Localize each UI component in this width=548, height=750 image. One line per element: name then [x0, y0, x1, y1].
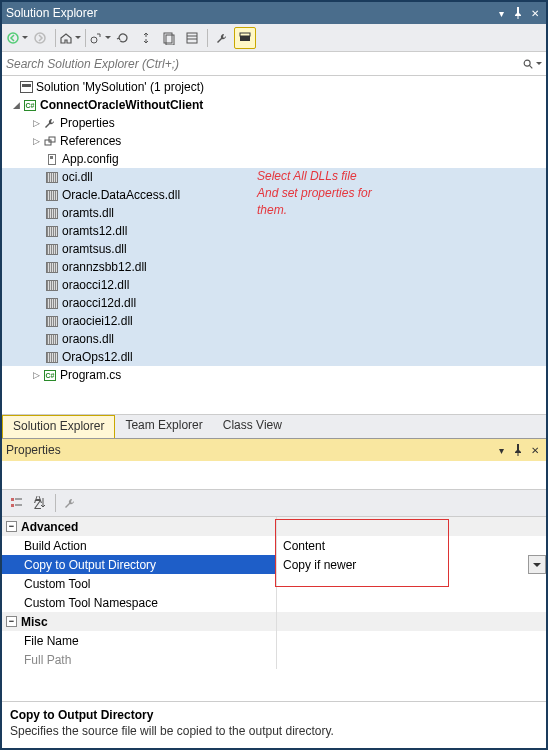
csharp-project-icon: C#: [22, 98, 38, 112]
description-pane: Copy to Output Directory Specifies the s…: [2, 701, 546, 748]
dropdown-button[interactable]: [528, 555, 546, 574]
file-node[interactable]: oraocci12.dll: [2, 276, 546, 294]
properties-button[interactable]: [181, 27, 203, 49]
csharp-file-icon: C#: [42, 368, 58, 382]
references-icon: [42, 134, 58, 148]
dll-icon: [44, 242, 60, 256]
solution-explorer-toolbar: [2, 24, 546, 52]
pin-icon[interactable]: [511, 6, 525, 20]
svg-rect-9: [240, 33, 250, 36]
properties-node[interactable]: ▷ Properties: [2, 114, 546, 132]
svg-point-2: [91, 37, 97, 43]
solution-explorer-panel: Solution Explorer ▾ ✕ Solution 'MySoluti…: [2, 2, 546, 438]
dll-icon: [44, 278, 60, 292]
dll-icon: [44, 332, 60, 346]
svg-rect-8: [240, 36, 250, 41]
category-row[interactable]: −Misc: [2, 612, 546, 631]
dll-icon: [44, 350, 60, 364]
file-node[interactable]: Oracle.DataAccess.dll: [2, 186, 546, 204]
svg-line-11: [530, 65, 533, 68]
forward-button[interactable]: [29, 27, 51, 49]
wrench-button[interactable]: [59, 492, 81, 514]
svg-rect-15: [11, 504, 14, 507]
file-node[interactable]: oraocci12d.dll: [2, 294, 546, 312]
tab-team-explorer[interactable]: Team Explorer: [115, 415, 212, 438]
search-icon[interactable]: [522, 54, 542, 74]
wrench-icon: [42, 116, 58, 130]
properties-titlebar: Properties ▾ ✕: [2, 439, 546, 461]
bottom-tabstrip: Solution Explorer Team Explorer Class Vi…: [2, 414, 546, 438]
property-row-build-action[interactable]: Build Action Content: [2, 536, 546, 555]
search-input[interactable]: [6, 57, 522, 71]
file-node[interactable]: orannzsbb12.dll: [2, 258, 546, 276]
solution-node[interactable]: Solution 'MySolution' (1 project): [2, 78, 546, 96]
file-node[interactable]: oramtsus.dll: [2, 240, 546, 258]
properties-grid[interactable]: −Advanced Build Action Content Copy to O…: [2, 517, 546, 701]
property-row-custom-tool[interactable]: Custom Tool: [2, 574, 546, 593]
close-icon[interactable]: ✕: [528, 443, 542, 457]
svg-point-10: [524, 60, 530, 66]
close-icon[interactable]: ✕: [528, 6, 542, 20]
preview-button[interactable]: [234, 27, 256, 49]
panel-title: Solution Explorer: [6, 6, 97, 20]
svg-rect-14: [11, 498, 14, 501]
wrench-button[interactable]: [211, 27, 233, 49]
expander-icon[interactable]: [6, 81, 18, 93]
panel-title: Properties: [6, 443, 61, 457]
config-node[interactable]: App.config: [2, 150, 546, 168]
dll-icon: [44, 224, 60, 238]
scope-button[interactable]: [89, 27, 111, 49]
dropdown-icon[interactable]: ▾: [494, 443, 508, 457]
expander-icon[interactable]: ◢: [10, 99, 22, 111]
property-row-file-name[interactable]: File Name: [2, 631, 546, 650]
dll-icon: [44, 314, 60, 328]
svg-point-1: [35, 33, 45, 43]
expander-icon[interactable]: ▷: [30, 369, 42, 381]
file-node[interactable]: oraociei12.dll: [2, 312, 546, 330]
expander-icon[interactable]: ▷: [30, 117, 42, 129]
pin-icon[interactable]: [511, 443, 525, 457]
program-node[interactable]: ▷ C# Program.cs: [2, 366, 546, 384]
file-node[interactable]: oraons.dll: [2, 330, 546, 348]
config-icon: [44, 152, 60, 166]
svg-point-0: [8, 33, 18, 43]
description-title: Copy to Output Directory: [10, 708, 538, 722]
dll-icon: [44, 260, 60, 274]
tab-solution-explorer[interactable]: Solution Explorer: [2, 415, 115, 438]
dll-icon: [44, 170, 60, 184]
refresh-button[interactable]: [112, 27, 134, 49]
property-row-custom-tool-namespace[interactable]: Custom Tool Namespace: [2, 593, 546, 612]
search-box[interactable]: [2, 52, 546, 76]
expander-icon[interactable]: ▷: [30, 135, 42, 147]
collapse-button[interactable]: [135, 27, 157, 49]
categorized-button[interactable]: [6, 492, 28, 514]
alphabetical-button[interactable]: AZ: [29, 492, 51, 514]
properties-toolbar: AZ: [2, 489, 546, 517]
file-node[interactable]: oci.dll: [2, 168, 546, 186]
collapse-icon[interactable]: −: [6, 521, 17, 532]
tab-class-view[interactable]: Class View: [213, 415, 292, 438]
property-row-full-path[interactable]: Full Path: [2, 650, 546, 669]
svg-text:Z: Z: [34, 498, 41, 510]
description-text: Specifies the source file will be copied…: [10, 724, 538, 738]
dll-icon: [44, 206, 60, 220]
solution-icon: [18, 80, 34, 94]
dropdown-icon[interactable]: ▾: [494, 6, 508, 20]
property-row-copy-to-output[interactable]: Copy to Output Directory Copy if newer: [2, 555, 546, 574]
back-button[interactable]: [6, 27, 28, 49]
file-node[interactable]: oramts12.dll: [2, 222, 546, 240]
file-node[interactable]: OraOps12.dll: [2, 348, 546, 366]
dll-icon: [44, 188, 60, 202]
project-node[interactable]: ◢ C# ConnectOracleWithoutClient: [2, 96, 546, 114]
dll-icon: [44, 296, 60, 310]
file-node[interactable]: oramts.dll: [2, 204, 546, 222]
solution-explorer-titlebar: Solution Explorer ▾ ✕: [2, 2, 546, 24]
solution-tree[interactable]: Solution 'MySolution' (1 project) ◢ C# C…: [2, 76, 546, 414]
category-row[interactable]: −Advanced: [2, 517, 546, 536]
home-button[interactable]: [59, 27, 81, 49]
references-node[interactable]: ▷ References: [2, 132, 546, 150]
collapse-icon[interactable]: −: [6, 616, 17, 627]
show-all-button[interactable]: [158, 27, 180, 49]
properties-panel: Properties ▾ ✕ AZ −Advanced Build Action…: [2, 438, 546, 748]
svg-rect-5: [187, 33, 197, 43]
